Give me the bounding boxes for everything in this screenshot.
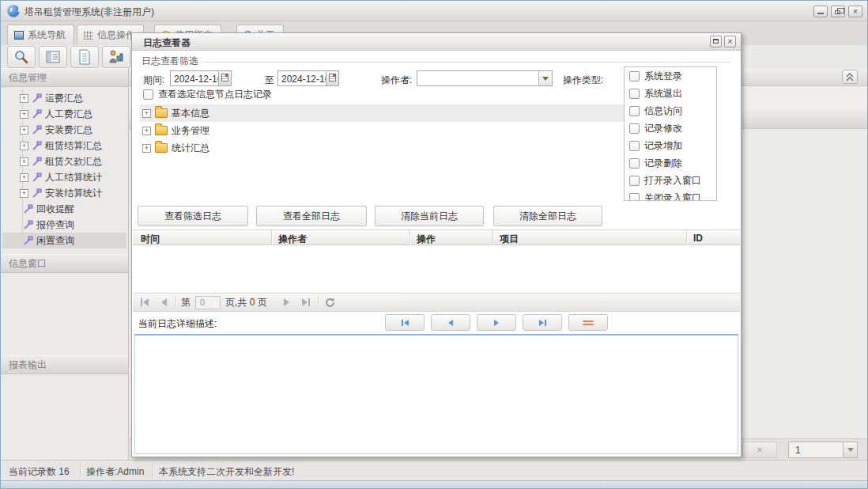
- record-delete-button[interactable]: [568, 314, 608, 331]
- tree-node-label: 基本信息: [172, 107, 209, 120]
- folder-icon: [155, 143, 168, 153]
- expand-plus-icon[interactable]: +: [20, 173, 28, 182]
- column-operator[interactable]: 操作者: [278, 233, 307, 246]
- page-size-select[interactable]: 1: [788, 442, 858, 458]
- search-button[interactable]: [7, 46, 36, 68]
- date-to-picker-button[interactable]: [326, 71, 338, 85]
- column-project[interactable]: 项目: [500, 233, 519, 246]
- tree-node-stats-summary[interactable]: + 统计汇总: [140, 139, 624, 157]
- first-page-button[interactable]: [138, 295, 152, 309]
- record-first-button[interactable]: [385, 314, 425, 331]
- expand-plus-icon[interactable]: +: [20, 94, 28, 103]
- last-page-button[interactable]: [299, 295, 313, 309]
- tree-node-business-manage[interactable]: + 业务管理: [140, 122, 624, 139]
- last-record-icon: [539, 320, 544, 326]
- sidebar-item-labor-fee-summary[interactable]: + 人工费汇总: [2, 106, 126, 122]
- op-type-item-record-delete[interactable]: 记录删除: [625, 154, 716, 172]
- op-type-label: 操作类型:: [563, 74, 603, 87]
- restore-button[interactable]: [831, 6, 845, 17]
- sidebar-section-info-manage[interactable]: 信息管理: [1, 68, 128, 87]
- view-filtered-logs-button[interactable]: 查看筛选日志: [138, 206, 248, 226]
- next-page-button[interactable]: [280, 295, 294, 309]
- record-prev-button[interactable]: [431, 314, 470, 331]
- column-operation[interactable]: 操作: [417, 233, 436, 246]
- op-type-item-record-add[interactable]: 记录增加: [625, 137, 716, 154]
- delete-button[interactable]: ×: [742, 442, 777, 458]
- column-separator[interactable]: [492, 230, 493, 245]
- list-view-button[interactable]: [39, 46, 67, 68]
- expand-plus-icon[interactable]: +: [142, 127, 151, 135]
- tab-system-navigation[interactable]: 系统导航: [7, 25, 74, 45]
- document-button[interactable]: [70, 46, 99, 68]
- op-type-item-info-access[interactable]: 信息访问: [625, 102, 716, 119]
- op-type-label: 信息访问: [644, 104, 682, 118]
- select-dropdown-button[interactable]: [843, 442, 857, 457]
- column-id[interactable]: ID: [693, 233, 703, 244]
- expand-plus-icon[interactable]: +: [20, 142, 28, 150]
- op-type-item-close-entry-window[interactable]: 关闭录入窗口: [625, 189, 716, 201]
- op-type-item-logout[interactable]: 系统退出: [625, 85, 716, 102]
- checkbox[interactable]: [629, 176, 640, 186]
- op-type-item-open-entry-window[interactable]: 打开录入窗口: [625, 172, 716, 189]
- clear-all-logs-button[interactable]: 清除全部日志: [493, 206, 602, 226]
- dialog-maximize-button[interactable]: [710, 36, 722, 47]
- node-filter-label: 查看选定信息节点日志记录: [158, 88, 272, 101]
- checkbox[interactable]: [629, 123, 640, 134]
- collapse-panel-button[interactable]: [842, 70, 858, 84]
- record-next-button[interactable]: [477, 314, 516, 331]
- date-to-value: 2024-12-16: [281, 74, 330, 85]
- column-separator[interactable]: [409, 230, 410, 245]
- sidebar-item-rental-debt-summary[interactable]: + 租赁欠款汇总: [2, 154, 126, 169]
- op-type-item-record-modify[interactable]: 记录修改: [625, 119, 716, 137]
- refresh-button[interactable]: [323, 295, 338, 309]
- expand-plus-icon[interactable]: +: [142, 144, 151, 153]
- column-time[interactable]: 时间: [141, 233, 160, 246]
- expand-plus-icon[interactable]: +: [20, 110, 28, 119]
- prev-page-button[interactable]: [157, 295, 171, 309]
- checkbox[interactable]: [629, 158, 640, 169]
- view-all-logs-button[interactable]: 查看全部日志: [256, 206, 367, 226]
- tree-node-basic-info[interactable]: + 基本信息: [140, 104, 624, 122]
- date-from-picker-button[interactable]: [218, 71, 231, 85]
- date-to-field[interactable]: 2024-12-16: [277, 70, 339, 86]
- checkbox[interactable]: [629, 193, 640, 202]
- dialog-close-button[interactable]: ×: [724, 36, 736, 47]
- clear-current-logs-button[interactable]: 清除当前日志: [375, 206, 484, 226]
- close-button[interactable]: ×: [848, 6, 862, 17]
- sidebar-item-install-fee-summary[interactable]: + 安装费汇总: [2, 122, 126, 138]
- log-detail-textarea[interactable]: [134, 334, 738, 454]
- column-separator[interactable]: [686, 230, 687, 245]
- checkbox[interactable]: [629, 71, 640, 82]
- expand-plus-icon[interactable]: +: [20, 157, 28, 166]
- op-type-label: 记录修改: [644, 122, 682, 135]
- sidebar-item-labor-settle-stats[interactable]: + 人工结算统计: [2, 169, 126, 185]
- sidebar-section-info-window[interactable]: 信息窗口: [1, 254, 128, 273]
- page-number-input[interactable]: [195, 296, 221, 309]
- checkbox[interactable]: [629, 89, 640, 99]
- expand-plus-icon[interactable]: +: [20, 126, 28, 135]
- sidebar-item-idle-query[interactable]: 闲置查询: [2, 233, 126, 248]
- checkbox[interactable]: [143, 89, 153, 100]
- operator-combobox[interactable]: [417, 70, 553, 86]
- sidebar-item-rental-settle-summary[interactable]: + 租赁结算汇总: [2, 138, 126, 154]
- sidebar-item-install-settle-stats[interactable]: + 安装结算统计: [2, 185, 126, 201]
- minimize-button[interactable]: [813, 6, 828, 17]
- sidebar-section-report-output[interactable]: 报表输出: [1, 355, 128, 374]
- operator-stats-button[interactable]: [102, 46, 130, 68]
- sidebar-item-freight-summary[interactable]: + 运费汇总: [2, 90, 126, 106]
- sidebar-item-stop-report-query[interactable]: 报停查询: [2, 217, 126, 233]
- record-last-button[interactable]: [523, 314, 562, 331]
- checkbox[interactable]: [629, 141, 640, 151]
- sidebar-item-recycle-reminder[interactable]: 回收提醒: [2, 201, 126, 217]
- column-separator[interactable]: [271, 230, 272, 245]
- checkbox[interactable]: [629, 106, 640, 116]
- combo-dropdown-button[interactable]: [538, 71, 552, 85]
- date-from-field[interactable]: 2024-12-16: [170, 70, 232, 86]
- dialog-titlebar[interactable]: 日志查看器 ×: [132, 33, 741, 51]
- document-icon: [77, 49, 92, 65]
- expand-plus-icon[interactable]: +: [20, 189, 28, 198]
- expand-plus-icon[interactable]: +: [142, 109, 151, 118]
- next-page-icon: [284, 298, 289, 306]
- op-type-item-login[interactable]: 系统登录: [625, 67, 716, 85]
- node-filter-checkbox-row[interactable]: 查看选定信息节点日志记录: [143, 88, 272, 101]
